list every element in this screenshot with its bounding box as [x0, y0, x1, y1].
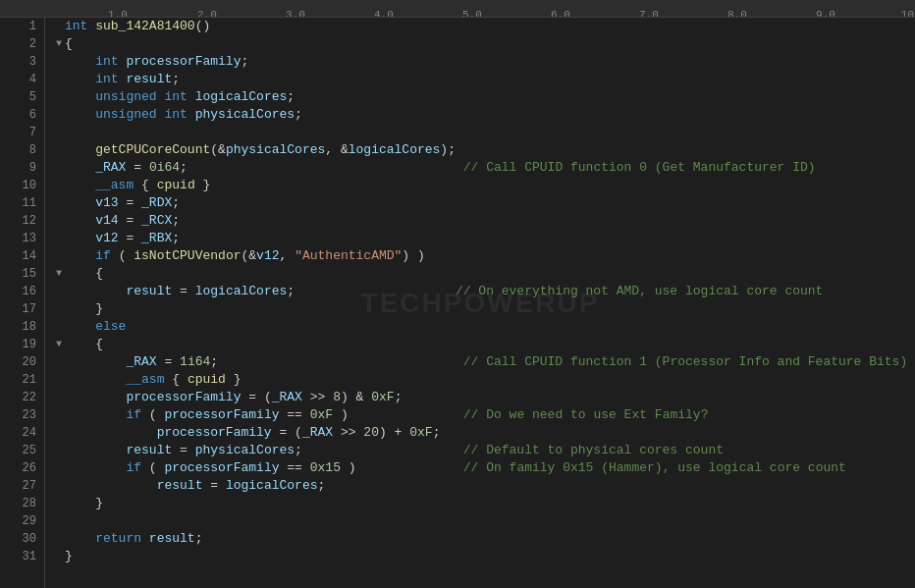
- ruler-mark-80: 8,0: [727, 9, 747, 19]
- line-num-17: 17: [0, 300, 36, 318]
- code-line-16: result = logicalCores; // On everything …: [53, 283, 915, 300]
- code-line-8: getCPUCoreCount(&physicalCores, &logical…: [53, 141, 915, 159]
- line-num-25: 25: [0, 442, 36, 459]
- code-text-5: unsigned int logicalCores;: [65, 88, 915, 106]
- code-line-1: int sub_142A81400(): [53, 18, 915, 35]
- line-num-13: 13: [0, 230, 36, 247]
- code-line-17: }: [53, 300, 915, 318]
- line-num-16: 16: [0, 283, 36, 300]
- code-line-27: result = logicalCores;: [53, 477, 915, 495]
- code-text-1: int sub_142A81400(): [65, 18, 915, 35]
- line-num-28: 28: [0, 495, 36, 512]
- line-num-22: 22: [0, 389, 36, 406]
- code-line-28: }: [53, 495, 915, 512]
- editor-container: 1,0 2,0 3,0 4,0 5,0 6,0 7,0 8,0 9,0 10,0…: [0, 0, 915, 588]
- code-text-25: result = physicalCores; // Default to ph…: [65, 442, 915, 459]
- line-num-31: 31: [0, 548, 36, 565]
- code-area: 1 2 3 4 5 6 7 8 9 10 11 12 13 14 15 16 1…: [0, 18, 915, 588]
- line-num-10: 10: [0, 177, 36, 194]
- line-num-19: 19: [0, 336, 36, 353]
- ruler-mark-20: 2,0: [197, 9, 217, 19]
- code-text-10: __asm { cpuid }: [65, 177, 915, 194]
- code-text-9: _RAX = 0i64; // Call CPUID function 0 (G…: [65, 159, 915, 177]
- code-text-28: }: [65, 495, 915, 512]
- code-line-9: _RAX = 0i64; // Call CPUID function 0 (G…: [53, 159, 915, 177]
- line-num-5: 5: [0, 88, 36, 106]
- code-text-15: {: [65, 265, 915, 283]
- code-line-3: int processorFamily;: [53, 53, 915, 71]
- code-text-17: }: [65, 300, 915, 318]
- line-num-27: 27: [0, 477, 36, 495]
- code-line-12: v14 = _RCX;: [53, 212, 915, 230]
- code-text-3: int processorFamily;: [65, 53, 915, 71]
- code-text-12: v14 = _RCX;: [65, 212, 915, 230]
- code-line-6: unsigned int physicalCores;: [53, 106, 915, 124]
- code-line-14: if ( isNotCPUVendor(&v12, "AuthenticAMD"…: [53, 247, 915, 265]
- code-text-22: processorFamily = (_RAX >> 8) & 0xF;: [65, 389, 915, 406]
- line-num-24: 24: [0, 424, 36, 442]
- line-num-29: 29: [0, 512, 36, 530]
- code-text-23: if ( processorFamily == 0xF ) // Do we n…: [65, 406, 915, 424]
- code-text-11: v13 = _RDX;: [65, 194, 915, 212]
- code-line-5: unsigned int logicalCores;: [53, 88, 915, 106]
- code-line-13: v12 = _RBX;: [53, 230, 915, 247]
- code-text-30: return result;: [65, 530, 915, 548]
- code-line-15: ▼ {: [53, 265, 915, 283]
- code-text-24: processorFamily = (_RAX >> 20) + 0xF;: [65, 424, 915, 442]
- fold-gutter-2[interactable]: ▼: [53, 35, 65, 53]
- ruler-mark-10: 1,0: [108, 9, 128, 19]
- code-text-2: {: [65, 35, 915, 53]
- ruler-mark-50: 5,0: [462, 9, 482, 19]
- code-line-29: [53, 512, 915, 530]
- code-text-21: __asm { cpuid }: [65, 371, 915, 389]
- code-line-21: __asm { cpuid }: [53, 371, 915, 389]
- code-text-19: {: [65, 336, 915, 353]
- line-num-8: 8: [0, 141, 36, 159]
- line-num-1: 1: [0, 18, 36, 35]
- code-line-23: if ( processorFamily == 0xF ) // Do we n…: [53, 406, 915, 424]
- fold-gutter-15[interactable]: ▼: [53, 265, 65, 283]
- line-num-21: 21: [0, 371, 36, 389]
- code-text-13: v12 = _RBX;: [65, 230, 915, 247]
- code-line-19: ▼ {: [53, 336, 915, 353]
- ruler-mark-70: 7,0: [639, 9, 659, 19]
- code-line-7: [53, 124, 915, 141]
- code-line-11: v13 = _RDX;: [53, 194, 915, 212]
- line-num-15: 15: [0, 265, 36, 283]
- code-text-18: else: [65, 318, 915, 336]
- ruler-mark-30: 3,0: [286, 9, 305, 19]
- code-text-16: result = logicalCores; // On everything …: [65, 283, 915, 300]
- code-line-26: if ( processorFamily == 0x15 ) // On fam…: [53, 459, 915, 477]
- code-line-30: return result;: [53, 530, 915, 548]
- line-num-23: 23: [0, 406, 36, 424]
- code-line-25: result = physicalCores; // Default to ph…: [53, 442, 915, 459]
- code-line-20: _RAX = 1i64; // Call CPUID function 1 (P…: [53, 353, 915, 371]
- line-num-20: 20: [0, 353, 36, 371]
- ruler-mark-100: 10,0: [901, 9, 915, 19]
- line-num-14: 14: [0, 247, 36, 265]
- line-num-3: 3: [0, 53, 36, 71]
- code-text-6: unsigned int physicalCores;: [65, 106, 915, 124]
- code-line-24: processorFamily = (_RAX >> 20) + 0xF;: [53, 424, 915, 442]
- line-num-11: 11: [0, 194, 36, 212]
- code-text-27: result = logicalCores;: [65, 477, 915, 495]
- line-num-6: 6: [0, 106, 36, 124]
- line-num-30: 30: [0, 530, 36, 548]
- line-num-12: 12: [0, 212, 36, 230]
- code-line-31: }: [53, 548, 915, 565]
- ruler-mark-90: 9,0: [816, 9, 835, 19]
- line-num-4: 4: [0, 71, 36, 88]
- code-text-26: if ( processorFamily == 0x15 ) // On fam…: [65, 459, 915, 477]
- code-line-22: processorFamily = (_RAX >> 8) & 0xF;: [53, 389, 915, 406]
- code-text-20: _RAX = 1i64; // Call CPUID function 1 (P…: [65, 353, 915, 371]
- code-text-8: getCPUCoreCount(&physicalCores, &logical…: [65, 141, 915, 159]
- code-content[interactable]: TECHPOWERUP int sub_142A81400() ▼ { int …: [45, 18, 915, 588]
- code-text-4: int result;: [65, 71, 915, 88]
- line-num-18: 18: [0, 318, 36, 336]
- ruler-mark-40: 4,0: [374, 9, 394, 19]
- code-text-31: }: [65, 548, 915, 565]
- fold-gutter-19[interactable]: ▼: [53, 336, 65, 353]
- code-line-2: ▼ {: [53, 35, 915, 53]
- code-text-14: if ( isNotCPUVendor(&v12, "AuthenticAMD"…: [65, 247, 915, 265]
- line-numbers: 1 2 3 4 5 6 7 8 9 10 11 12 13 14 15 16 1…: [0, 18, 45, 588]
